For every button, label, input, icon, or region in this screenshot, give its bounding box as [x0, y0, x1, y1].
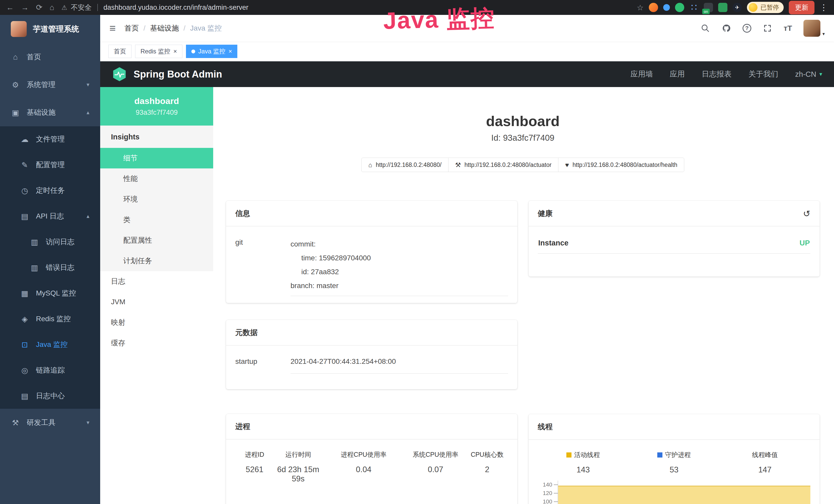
service-url: http://192.168.0.2:48080/	[376, 161, 441, 168]
paper-plane-icon[interactable]: ✈	[732, 3, 742, 12]
process-col-value: 2	[466, 465, 508, 474]
close-icon[interactable]: ×	[228, 48, 232, 54]
sba-item-classes[interactable]: 类	[100, 209, 213, 230]
wrench-icon: ⚒	[455, 161, 461, 169]
service-url-button[interactable]: ⌂ http://192.168.0.2:48080/	[361, 158, 448, 172]
sba-nav-about[interactable]: 关于我们	[748, 69, 778, 79]
sba-nav-journal[interactable]: 日志报表	[702, 69, 731, 79]
sidebar-item-java-monitor[interactable]: ⊡ Java 监控	[0, 332, 100, 358]
sidebar-item-access-log[interactable]: ▥ 访问日志	[0, 229, 100, 255]
sidebar-item-label: 首页	[27, 52, 41, 62]
screen: ← → ⟳ ⌂ ⚠ 不安全 dashboard.yudao.iocoder.cn…	[0, 0, 834, 504]
fullscreen-icon[interactable]	[763, 23, 772, 33]
sba-nav-links: 应用墙 应用 日志报表 关于我们 zh-CN ▾	[631, 69, 822, 79]
instance-id: 93a3fc7f7409	[136, 109, 178, 117]
browser-home-icon[interactable]: ⌂	[49, 4, 54, 11]
sba-nav-wallboard[interactable]: 应用墙	[631, 69, 653, 79]
sba-item-environment[interactable]: 环境	[100, 189, 213, 209]
sidebar-item-tracing[interactable]: ◎ 链路追踪	[0, 358, 100, 383]
close-icon[interactable]: ×	[173, 48, 177, 54]
kebab-menu-icon[interactable]: ⋮	[820, 3, 828, 12]
process-col-header: CPU核心数	[466, 450, 508, 459]
breadcrumb-infra[interactable]: 基础设施	[150, 23, 179, 33]
threads-chart: 140 120 100	[538, 479, 811, 504]
sidebar-item-system[interactable]: ⚙ 系统管理 ▾	[0, 71, 100, 98]
history-icon[interactable]: ↺	[803, 208, 811, 219]
sidebar-item-redis-monitor[interactable]: ◈ Redis 监控	[0, 306, 100, 332]
not-secure-warning-icon: ⚠	[61, 4, 67, 11]
java-monitor-icon: ⊡	[20, 340, 29, 349]
card-title: 健康	[538, 208, 553, 219]
raindrop-icon[interactable]	[663, 4, 670, 11]
active-threads-swatch	[566, 452, 571, 458]
threads-card: 线程 活动线程 143 守护进程	[529, 414, 820, 504]
sba-item-details[interactable]: 细节	[100, 148, 213, 168]
help-icon[interactable]: ?	[743, 24, 751, 32]
sidebar-item-label: Redis 监控	[36, 314, 71, 324]
address-bar[interactable]: ⚠ 不安全 dashboard.yudao.iocoder.cn/infra/a…	[61, 3, 248, 12]
paused-badge[interactable]: 已暂停	[747, 2, 784, 13]
active-dot	[191, 49, 195, 53]
yuque-icon[interactable]	[675, 3, 684, 12]
hamburger-icon[interactable]: ≡	[109, 22, 116, 35]
sba-item-metrics[interactable]: 性能	[100, 168, 213, 189]
extension-cluster: ☆ ∷ on ✈ 已暂停 更新 ⋮	[637, 1, 828, 15]
colorzilla-icon[interactable]	[649, 3, 658, 12]
sidebar-item-file-mgmt[interactable]: ☁ 文件管理	[0, 126, 100, 152]
insights-label: Insights	[100, 125, 213, 148]
sba-item-config-props[interactable]: 配置属性	[100, 230, 213, 251]
sba-item-jvm[interactable]: JVM	[100, 292, 213, 312]
security-label: 不安全	[71, 3, 92, 12]
app-logo-row: 芋道管理系统	[0, 15, 100, 43]
git-branch-line: branch: master	[290, 279, 508, 293]
instance-header[interactable]: dashboard 93a3fc7f7409	[100, 87, 213, 125]
onetab-icon[interactable]: on	[704, 3, 713, 12]
tag-redis-monitor[interactable]: Redis 监控 ×	[135, 45, 182, 58]
actuator-url-button[interactable]: ⚒ http://192.168.0.2:48080/actuator	[448, 158, 558, 172]
process-card: 进程 进程ID5261 运行时间6d 23h 15m 59s 进程CPU使用率0…	[226, 414, 517, 504]
infra-submenu: ☁ 文件管理 ✎ 配置管理 ◷ 定时任务 ▤ API 日志 ▴	[0, 126, 100, 409]
tag-label: 首页	[114, 47, 126, 55]
health-url-button[interactable]: ♥ http://192.168.0.2:48080/actuator/heal…	[558, 158, 684, 172]
sba-nav-applications[interactable]: 应用	[670, 69, 685, 79]
sidebar-item-infra[interactable]: ▣ 基础设施 ▴	[0, 98, 100, 126]
tag-home[interactable]: 首页	[108, 45, 132, 58]
search-icon[interactable]	[700, 23, 710, 33]
leaf-icon[interactable]	[718, 3, 727, 12]
tag-java-monitor[interactable]: Java 监控 ×	[186, 45, 237, 58]
sidebar-item-dev-tools[interactable]: ⚒ 研发工具 ▾	[0, 409, 100, 436]
sidebar-item-config-mgmt[interactable]: ✎ 配置管理	[0, 152, 100, 178]
legend-value: 143	[538, 465, 629, 475]
sba-item-caches[interactable]: 缓存	[100, 333, 213, 353]
sba-item-logs[interactable]: 日志	[100, 271, 213, 292]
bookmark-star-icon[interactable]: ☆	[637, 3, 644, 12]
legend-value: 147	[720, 465, 810, 475]
sidebar-item-log-center[interactable]: ▤ 日志中心	[0, 383, 100, 409]
font-size-icon[interactable]: тT	[784, 24, 792, 32]
sba-item-mappings[interactable]: 映射	[100, 312, 213, 333]
forward-icon[interactable]: →	[21, 4, 29, 11]
process-col-value: 0.04	[323, 465, 405, 474]
breadcrumb-home[interactable]: 首页	[125, 23, 139, 33]
sidebar-item-label: MySQL 监控	[36, 288, 76, 298]
locale-select[interactable]: zh-CN ▾	[795, 70, 822, 78]
sidebar-item-error-log[interactable]: ▥ 错误日志	[0, 255, 100, 280]
back-icon[interactable]: ←	[6, 4, 14, 11]
home-icon: ⌂	[368, 161, 372, 169]
apps-grid-icon[interactable]: ∷	[689, 3, 699, 12]
sidebar-item-mysql-monitor[interactable]: ▦ MySQL 监控	[0, 280, 100, 306]
sba-brand: Spring Boot Admin	[134, 69, 222, 80]
sidebar-item-home[interactable]: ⌂ 首页	[0, 43, 100, 71]
smiley-icon	[749, 3, 758, 12]
github-icon[interactable]	[722, 23, 731, 33]
sidebar-item-scheduled-jobs[interactable]: ◷ 定时任务	[0, 178, 100, 203]
user-menu[interactable]: ▾	[804, 20, 825, 37]
sidebar-item-api-log[interactable]: ▤ API 日志 ▴	[0, 203, 100, 229]
sba-item-scheduled-tasks[interactable]: 计划任务	[100, 251, 213, 271]
sidebar-item-label: Java 监控	[36, 340, 68, 349]
threads-legend: 活动线程 143 守护进程 53 线程峰值	[538, 451, 811, 475]
update-button[interactable]: 更新	[789, 1, 814, 15]
chevron-up-icon: ▴	[87, 213, 89, 220]
reload-icon[interactable]: ⟳	[36, 4, 42, 11]
sidebar-item-label: 研发工具	[27, 418, 56, 428]
